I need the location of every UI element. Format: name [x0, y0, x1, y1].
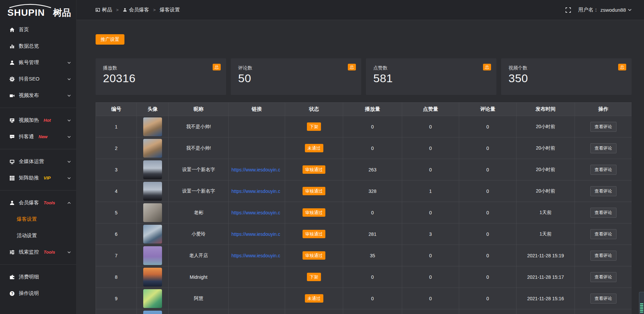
- user-icon: [123, 8, 127, 12]
- display-icon: [9, 159, 15, 164]
- table-row: 8 Midnight 下架 0 0 0 2021-11-28 15:17 查看评…: [96, 266, 632, 288]
- table-row: 7 老人开店 https://www.iesdouyin.c 审核通过 35 0…: [96, 245, 632, 266]
- video-link[interactable]: https://www.iesdouyin.c: [231, 167, 280, 172]
- cell-comments: 0: [459, 138, 517, 159]
- chevron-down-icon: [67, 78, 71, 80]
- avatar: [143, 311, 162, 314]
- view-comments-button[interactable]: 查看评论: [590, 251, 616, 261]
- cell-plays: 35: [343, 245, 402, 266]
- home-icon: [9, 27, 15, 33]
- sidebar-item-lead-monitoring[interactable]: 线索监控 Tools: [0, 244, 76, 260]
- cell-id: 3: [96, 159, 137, 180]
- cell-likes: 0: [402, 245, 459, 266]
- status-badge: 未通过: [305, 144, 323, 152]
- sidebar-item-video-heating[interactable]: 视频加热 Hot: [0, 112, 76, 128]
- sidebar-item-label: 消费明细: [19, 274, 39, 280]
- view-comments-button[interactable]: 查看评论: [590, 229, 616, 239]
- table-row: 9 阿慧 未通过 0 0 0 2021-11-28 15:16 查看评论: [96, 288, 632, 309]
- cell-id: 1: [96, 116, 137, 138]
- stat-label: 点赞数: [373, 65, 490, 71]
- cell-publish-time: 2021-11-28 15:17: [517, 266, 575, 288]
- sidebar-item-label: 视频加热: [19, 117, 39, 123]
- breadcrumb-item-home[interactable]: 树品: [96, 7, 112, 13]
- video-link[interactable]: https://www.iesdouyin.c: [231, 210, 280, 215]
- avatar: [143, 289, 162, 308]
- video-camera-icon: [9, 93, 15, 98]
- table-row: 2 我不是小帅! 未通过 0 0 0 20小时前 查看评论: [96, 138, 632, 159]
- brand-logo-latin: SHUPIN: [7, 7, 45, 18]
- sidebar-item-home[interactable]: 首页: [0, 21, 76, 38]
- sidebar-item-instructions[interactable]: ? 操作说明: [0, 285, 76, 302]
- bar-chart-icon: [9, 44, 15, 49]
- cell-comments: 0: [459, 202, 517, 223]
- cell-likes: 0: [402, 202, 459, 223]
- sliders-icon: [9, 250, 15, 255]
- status-badge: 未通过: [305, 294, 323, 303]
- view-comments-button[interactable]: 查看评论: [590, 143, 616, 153]
- sidebar-item-douyin-seo[interactable]: 抖音SEO: [0, 71, 76, 87]
- total-badge: 总: [348, 64, 356, 70]
- col-header-nickname: 昵称: [169, 103, 229, 116]
- sidebar-item-label: 账号管理: [19, 59, 39, 66]
- fullscreen-icon[interactable]: [566, 7, 571, 13]
- avatar: [143, 117, 162, 136]
- main-content: 推广设置 播放数 20316 总 评论数 50 总 点赞数 581 总 视频个数…: [76, 20, 644, 314]
- video-link[interactable]: https://www.iesdouyin.c: [231, 189, 280, 194]
- sidebar-item-omnimedia[interactable]: 全媒体运营: [0, 153, 76, 170]
- user-icon: [9, 200, 15, 206]
- cell-publish-time: [517, 309, 575, 314]
- sidebar-subitem-baoke-settings[interactable]: 爆客设置: [0, 211, 76, 227]
- cell-nickname: 我不是小帅!: [169, 138, 229, 159]
- username-value: zswodun88: [600, 7, 626, 13]
- col-header-status: 状态: [285, 103, 343, 116]
- view-comments-button[interactable]: 查看评论: [590, 186, 616, 196]
- view-comments-button[interactable]: 查看评论: [590, 272, 616, 282]
- avatar: [143, 139, 162, 158]
- sidebar-item-video-publish[interactable]: 视频发布: [0, 87, 76, 104]
- sidebar-item-label: 首页: [19, 27, 29, 33]
- status-badge: 审核通过: [303, 208, 325, 217]
- sidebar-item-label: 全媒体运营: [19, 158, 44, 165]
- col-header-link: 链接: [229, 103, 285, 116]
- col-header-publish-time: 发布时间: [517, 103, 575, 116]
- status-badge: 下架: [307, 273, 321, 281]
- view-comments-button[interactable]: 查看评论: [590, 165, 616, 175]
- stat-cards: 播放数 20316 总 评论数 50 总 点赞数 581 总 视频个数 350 …: [96, 58, 632, 95]
- svg-text:?: ?: [11, 292, 13, 295]
- cell-plays: 328: [343, 180, 402, 202]
- wallet-icon: [9, 274, 15, 280]
- floating-widget[interactable]: [639, 292, 644, 314]
- cell-comments: 0: [459, 288, 517, 309]
- topbar-right: 用户名：zswodun88: [566, 7, 632, 13]
- sidebar-subitem-activity-settings[interactable]: 活动设置: [0, 227, 76, 244]
- video-link[interactable]: https://www.iesdouyin.c: [231, 231, 280, 237]
- view-comments-button[interactable]: 查看评论: [590, 122, 616, 132]
- promotion-settings-button[interactable]: 推广设置: [96, 34, 124, 45]
- view-comments-button[interactable]: 查看评论: [590, 294, 616, 304]
- breadcrumb-item-member-baoke[interactable]: 会员爆客: [123, 7, 149, 13]
- chevron-down-icon: [67, 62, 71, 64]
- brand-logo-graphic: SHUPIN 树品: [5, 2, 74, 18]
- sidebar-item-douketong[interactable]: 抖客通 New: [0, 128, 76, 145]
- sidebar-item-spending-details[interactable]: 消费明细: [0, 269, 76, 285]
- sidebar-item-matrix-boost[interactable]: 矩阵助推 VIP: [0, 170, 76, 186]
- cell-id: 4: [96, 180, 137, 202]
- sidebar-item-label: 视频发布: [19, 92, 39, 99]
- sidebar: SHUPIN 树品 首页 数据总览 账号管理 抖音SEO 视频发布: [0, 0, 76, 314]
- stat-value: 20316: [103, 72, 219, 85]
- sidebar-item-account-management[interactable]: 账号管理: [0, 54, 76, 71]
- sidebar-item-member-baoke[interactable]: 会员爆客 Tools: [0, 195, 76, 211]
- user-menu[interactable]: 用户名：zswodun88: [578, 7, 632, 13]
- cell-comments: 0: [459, 223, 517, 245]
- cell-likes: 0: [402, 288, 459, 309]
- status-badge: 审核通过: [303, 230, 325, 238]
- status-badge: 下架: [307, 122, 321, 131]
- table-row: 4 设置一个新名字 https://www.iesdouyin.c 审核通过 3…: [96, 180, 632, 202]
- sidebar-item-data-overview[interactable]: 数据总览: [0, 38, 76, 54]
- chevron-down-icon: [67, 161, 71, 163]
- table-row: 3 设置一个新名字 https://www.iesdouyin.c 审核通过 2…: [96, 159, 632, 180]
- view-comments-button[interactable]: 查看评论: [590, 208, 616, 218]
- brand-logo[interactable]: SHUPIN 树品: [0, 0, 76, 20]
- video-link[interactable]: https://www.iesdouyin.c: [231, 253, 280, 258]
- cell-plays: 0: [343, 266, 402, 288]
